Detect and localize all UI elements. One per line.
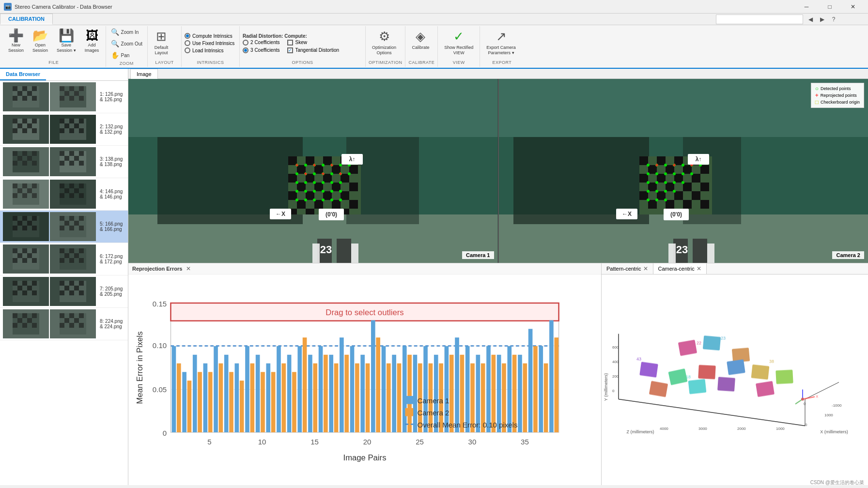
bar-cam2-20[interactable] bbox=[387, 364, 391, 432]
bar-cam2-19[interactable] bbox=[376, 337, 380, 432]
pattern-centric-tab[interactable]: Pattern-centric ✕ bbox=[602, 263, 653, 274]
bar-cam2-2[interactable] bbox=[198, 372, 202, 432]
bar-cam2-14[interactable] bbox=[324, 355, 328, 432]
tangential-option[interactable]: ✓ Tangential Distortion bbox=[287, 47, 339, 53]
bar-cam2-12[interactable] bbox=[303, 337, 307, 432]
load-intrinsics-option[interactable]: Load Intrinsics bbox=[185, 47, 223, 53]
bar-cam1-16[interactable] bbox=[340, 337, 344, 432]
bar-cam1-13[interactable] bbox=[308, 355, 312, 432]
bar-cam1-10[interactable] bbox=[277, 346, 281, 432]
bar-cam2-36[interactable] bbox=[554, 337, 558, 432]
bar-cam1-27[interactable] bbox=[455, 337, 459, 432]
bar-cam1-33[interactable] bbox=[518, 355, 522, 432]
sidebar-item-4[interactable]: 4: 146.png & 146.png bbox=[0, 178, 128, 211]
skew-checkbox[interactable] bbox=[287, 40, 293, 46]
open-session-button[interactable]: 📂 OpenSession bbox=[29, 27, 51, 55]
bar-cam1-34[interactable] bbox=[528, 329, 533, 432]
use-fixed-intrinsics-option[interactable]: Use Fixed Intrinsics bbox=[185, 40, 234, 46]
bar-cam1-2[interactable] bbox=[193, 355, 197, 432]
minimize-button[interactable]: ─ bbox=[795, 0, 818, 14]
tab-calibration[interactable]: CALIBRATION bbox=[0, 14, 53, 25]
bar-cam2-11[interactable] bbox=[292, 372, 296, 432]
new-session-button[interactable]: ➕ NewSession bbox=[5, 27, 27, 55]
bar-cam1-4[interactable] bbox=[214, 346, 218, 432]
bar-cam1-8[interactable] bbox=[256, 355, 260, 432]
bar-cam2-18[interactable] bbox=[366, 364, 370, 432]
bar-cam2-21[interactable] bbox=[397, 364, 402, 432]
skew-option[interactable]: Skew bbox=[287, 40, 339, 46]
bar-cam2-13[interactable] bbox=[313, 364, 317, 432]
sidebar-item-5[interactable]: 5: 166.png & 166.png bbox=[0, 211, 128, 243]
titlebar-controls[interactable]: ─ □ ✕ bbox=[795, 0, 864, 14]
compute-intrinsics-radio[interactable] bbox=[185, 33, 190, 39]
search-input[interactable] bbox=[716, 15, 803, 24]
three-coeff-option[interactable]: 3 Coefficients bbox=[243, 47, 279, 53]
add-images-button[interactable]: 🖼 AddImages bbox=[81, 27, 103, 55]
bar-cam1-32[interactable] bbox=[507, 346, 512, 432]
close-button[interactable]: ✕ bbox=[842, 0, 864, 14]
pattern-close[interactable]: ✕ bbox=[643, 265, 648, 272]
three-coeff-radio[interactable] bbox=[243, 47, 248, 53]
bar-cam2-22[interactable] bbox=[407, 355, 412, 432]
default-layout-button[interactable]: ⊞ DefaultLayout bbox=[151, 27, 172, 58]
bar-cam1-36[interactable] bbox=[549, 320, 554, 432]
two-coeff-option[interactable]: 2 Coefficients bbox=[243, 40, 279, 46]
bar-cam1-7[interactable] bbox=[245, 346, 249, 432]
bar-cam1-35[interactable] bbox=[539, 346, 543, 432]
help-arrow-left[interactable]: ◀ bbox=[805, 14, 816, 25]
bar-cam2-7[interactable] bbox=[250, 364, 255, 432]
bar-cam2-10[interactable] bbox=[281, 364, 286, 432]
bar-cam1-12[interactable] bbox=[297, 346, 302, 432]
bar-cam1-28[interactable] bbox=[465, 346, 470, 432]
sidebar-item-3[interactable]: 3: 138.png & 138.png bbox=[0, 146, 128, 178]
bar-cam2-6[interactable] bbox=[240, 381, 244, 432]
compute-intrinsics-option[interactable]: Compute Intrinsics bbox=[185, 33, 232, 39]
bar-cam1-17[interactable] bbox=[350, 346, 355, 432]
bar-cam1-15[interactable] bbox=[329, 355, 333, 432]
reprojection-close[interactable]: ✕ bbox=[186, 265, 191, 272]
data-browser-tab[interactable]: Data Browser bbox=[0, 69, 46, 80]
load-intrinsics-radio[interactable] bbox=[185, 47, 190, 53]
bar-cam1-0[interactable] bbox=[172, 346, 176, 432]
camera-close[interactable]: ✕ bbox=[697, 265, 701, 272]
help-icon[interactable]: ? bbox=[828, 14, 839, 25]
maximize-button[interactable]: □ bbox=[819, 0, 841, 14]
bar-cam1-14[interactable] bbox=[319, 346, 323, 432]
bar-cam1-30[interactable] bbox=[486, 346, 491, 432]
bar-cam1-18[interactable] bbox=[360, 355, 365, 432]
sidebar-item-1[interactable]: 1: 126.png & 126.png bbox=[0, 81, 128, 113]
bar-cam1-11[interactable] bbox=[287, 355, 292, 432]
optimization-options-button[interactable]: ⚙ OptimizationOptions bbox=[369, 27, 400, 58]
zoom-out-button[interactable]: 🔍 Zoom Out bbox=[109, 39, 144, 48]
bar-cam1-6[interactable] bbox=[235, 364, 239, 432]
two-coeff-radio[interactable] bbox=[243, 40, 248, 46]
bar-cam2-34[interactable] bbox=[533, 346, 538, 432]
bar-cam2-1[interactable] bbox=[187, 381, 192, 432]
bar-cam2-8[interactable] bbox=[261, 372, 265, 432]
bar-cam2-33[interactable] bbox=[523, 364, 527, 432]
bar-cam1-9[interactable] bbox=[266, 364, 270, 432]
bar-cam2-3[interactable] bbox=[208, 372, 213, 432]
zoom-in-button[interactable]: 🔍 Zoom In bbox=[109, 27, 141, 37]
bar-cam1-22[interactable] bbox=[403, 346, 407, 432]
bar-cam1-26[interactable] bbox=[445, 346, 449, 432]
export-camera-button[interactable]: ↗ Export CameraParameters ▾ bbox=[483, 27, 519, 58]
sidebar-item-2[interactable]: 2: 132.png & 132.png bbox=[0, 113, 128, 146]
bar-cam2-17[interactable] bbox=[355, 364, 359, 432]
bar-cam1-20[interactable] bbox=[382, 346, 386, 432]
sidebar-item-8[interactable]: 8: 224.png & 224.png bbox=[0, 308, 128, 340]
bar-cam2-15[interactable] bbox=[334, 364, 339, 432]
pan-button[interactable]: ✋ Pan bbox=[109, 50, 132, 60]
bar-cam1-3[interactable] bbox=[203, 364, 208, 432]
bar-cam2-0[interactable] bbox=[177, 364, 181, 432]
bar-cam1-23[interactable] bbox=[413, 355, 418, 432]
bar-cam2-35[interactable] bbox=[544, 364, 548, 432]
bar-cam1-19[interactable] bbox=[371, 320, 375, 432]
bar-cam2-5[interactable] bbox=[229, 372, 233, 432]
use-fixed-radio[interactable] bbox=[185, 40, 190, 46]
show-rectified-button[interactable]: ✓ Show RectifiedVIEW bbox=[441, 27, 477, 58]
bar-cam1-1[interactable] bbox=[182, 372, 186, 432]
sidebar-item-7[interactable]: 7: 205.png & 205.png bbox=[0, 275, 128, 308]
bar-cam1-21[interactable] bbox=[392, 355, 396, 432]
bar-cam2-4[interactable] bbox=[219, 364, 223, 432]
